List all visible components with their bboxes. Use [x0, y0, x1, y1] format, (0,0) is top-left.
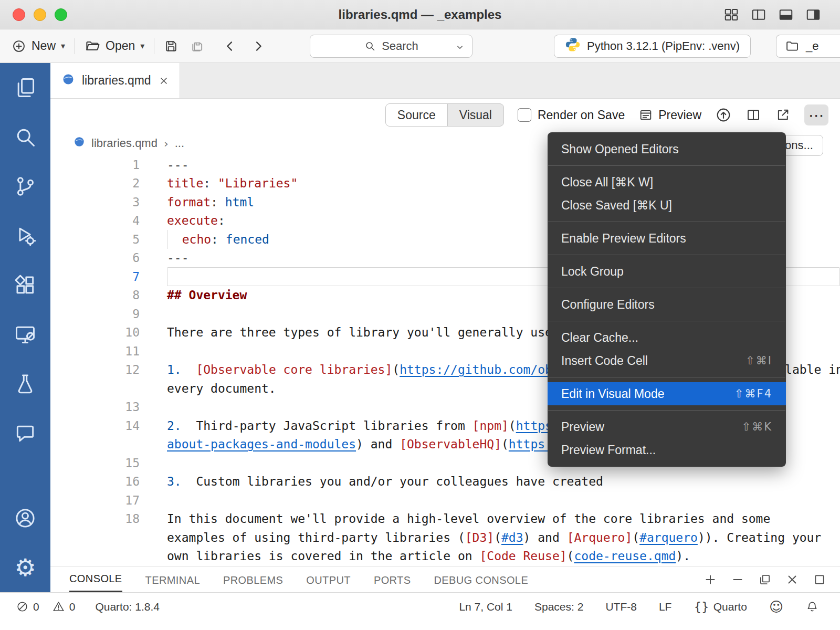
menu-item[interactable]: Show Opened Editors: [548, 138, 786, 161]
restore-panel-icon[interactable]: [758, 573, 772, 586]
line-number: 1: [50, 158, 140, 172]
split-editor-icon[interactable]: [746, 107, 761, 123]
visual-mode-button[interactable]: Visual: [448, 104, 503, 126]
chevron-down-icon[interactable]: [454, 41, 466, 53]
new-button[interactable]: New ▾: [12, 39, 65, 54]
interpreter-button[interactable]: Python 3.12.1 (PipEnv: .venv): [554, 35, 751, 58]
error-count[interactable]: 0: [16, 600, 39, 613]
render-on-save-checkbox[interactable]: [518, 108, 531, 122]
warning-count[interactable]: 0: [52, 600, 76, 613]
code-text[interactable]: [167, 491, 840, 510]
breadcrumb-file[interactable]: libraries.qmd: [91, 136, 158, 150]
notifications-bell-icon[interactable]: [805, 600, 819, 614]
preview-label: Preview: [658, 108, 701, 122]
search-input[interactable]: Search: [310, 35, 472, 58]
minimize-window-button[interactable]: [34, 8, 46, 21]
menu-item[interactable]: Edit in Visual Mode⇧⌘F4: [548, 382, 786, 405]
code-line[interactable]: 17: [50, 491, 840, 510]
workspace-button[interactable]: _e: [776, 35, 840, 58]
extensions-icon[interactable]: [0, 260, 50, 310]
cursor-position[interactable]: Ln 7, Col 1: [459, 601, 512, 613]
panel-tab-output[interactable]: OUTPUT: [306, 566, 351, 592]
save-icon[interactable]: [164, 39, 178, 54]
menu-item[interactable]: Close All [⌘K W]: [548, 171, 786, 194]
menu-item[interactable]: Configure Editors: [548, 293, 786, 316]
menu-item[interactable]: Preview Format...: [548, 438, 786, 461]
testing-flask-icon[interactable]: [0, 359, 50, 408]
chevron-right-icon: ›: [164, 137, 169, 150]
menu-item[interactable]: Close Saved [⌘K U]: [548, 194, 786, 217]
language-mode[interactable]: {} Quarto: [694, 600, 747, 614]
code-text[interactable]: In this document we'll provide a high-le…: [167, 510, 840, 529]
code-line[interactable]: 18In this document we'll provide a high-…: [50, 510, 840, 529]
breadcrumb-more[interactable]: ...: [175, 136, 184, 150]
zoom-window-button[interactable]: [55, 8, 67, 21]
workspace-label: _e: [806, 39, 818, 53]
caret-down-icon: ▾: [61, 41, 65, 51]
tab-bar: libraries.qmd: [50, 63, 840, 99]
minimize-panel-icon[interactable]: [731, 573, 744, 586]
panel-tab-terminal[interactable]: TERMINAL: [145, 566, 200, 592]
panel-tab-debug-console[interactable]: DEBUG CONSOLE: [434, 566, 528, 592]
layout-columns-icon[interactable]: [751, 7, 766, 23]
panel-tab-problems[interactable]: PROBLEMS: [223, 566, 283, 592]
line-number: 10: [50, 326, 140, 339]
tab-libraries-qmd[interactable]: libraries.qmd: [50, 63, 180, 98]
code-line[interactable]: own libraries is covered in the article …: [50, 547, 840, 566]
panel-tab-console[interactable]: CONSOLE: [69, 566, 122, 592]
source-control-icon[interactable]: [0, 162, 50, 211]
encoding[interactable]: UTF-8: [605, 601, 637, 613]
back-button[interactable]: [223, 39, 237, 54]
run-debug-icon[interactable]: [0, 211, 50, 260]
forward-button[interactable]: [251, 39, 266, 54]
layout-bottom-panel-icon[interactable]: [778, 7, 794, 23]
chat-icon[interactable]: [0, 408, 50, 458]
menu-item[interactable]: Preview⇧⌘K: [548, 415, 786, 438]
open-button[interactable]: Open ▾: [85, 38, 144, 54]
menu-item[interactable]: Insert Code Cell⇧⌘I: [548, 349, 786, 372]
titlebar: libraries.qmd — _examples: [0, 0, 840, 29]
code-line[interactable]: 163. Custom libraries you and/or your co…: [50, 472, 840, 491]
braces-icon: {}: [694, 600, 709, 614]
app-window: libraries.qmd — _examples New ▾ Open ▾: [0, 0, 840, 630]
maximize-panel-icon[interactable]: [813, 573, 826, 586]
tab-label: libraries.qmd: [82, 74, 151, 88]
quarto-version[interactable]: Quarto: 1.8.4: [95, 601, 160, 613]
panel-actions: [704, 566, 840, 592]
close-panel-icon[interactable]: [785, 573, 799, 586]
indentation[interactable]: Spaces: 2: [534, 601, 583, 613]
source-mode-button[interactable]: Source: [386, 104, 448, 126]
menu-item[interactable]: Enable Preview Editors: [548, 227, 786, 250]
explorer-icon[interactable]: [0, 63, 50, 112]
save-all-icon[interactable]: [190, 39, 205, 54]
layout-grid-icon[interactable]: [723, 7, 739, 23]
close-window-button[interactable]: [13, 8, 25, 21]
code-text[interactable]: 3. Custom libraries you and/or your coll…: [167, 472, 840, 491]
menu-separator: [548, 377, 785, 377]
search-sidebar-icon[interactable]: [0, 112, 50, 162]
publish-icon[interactable]: [715, 107, 732, 123]
sessions-icon[interactable]: [0, 310, 50, 359]
settings-gear-icon[interactable]: ⚙: [0, 543, 50, 592]
close-tab-icon[interactable]: [159, 76, 169, 86]
menu-item[interactable]: Clear Cache...: [548, 326, 786, 349]
line-number: 8: [50, 288, 140, 302]
code-line[interactable]: examples of using third-party libraries …: [50, 528, 840, 547]
panel-tab-ports[interactable]: PORTS: [374, 566, 411, 592]
layout-right-panel-icon[interactable]: [805, 7, 821, 23]
render-on-save-group: Render on Save: [518, 108, 625, 122]
new-console-plus-icon[interactable]: [704, 573, 717, 586]
more-actions-button[interactable]: ⋯: [804, 104, 828, 125]
qmd-file-icon: [62, 73, 75, 89]
code-text[interactable]: own libraries is covered in the article …: [167, 547, 840, 566]
feedback-smiley-icon[interactable]: ☺: [769, 599, 783, 615]
code-text[interactable]: examples of using third-party libraries …: [167, 528, 840, 547]
menu-separator: [548, 321, 785, 321]
account-icon[interactable]: [0, 494, 50, 543]
preview-button[interactable]: Preview: [638, 108, 701, 122]
open-external-icon[interactable]: [775, 107, 791, 123]
panel-tab-bar: CONSOLETERMINALPROBLEMSOUTPUTPORTSDEBUG …: [50, 566, 840, 592]
eol-sequence[interactable]: LF: [659, 601, 672, 613]
menu-item[interactable]: Lock Group: [548, 260, 786, 283]
line-number: 11: [50, 344, 140, 358]
